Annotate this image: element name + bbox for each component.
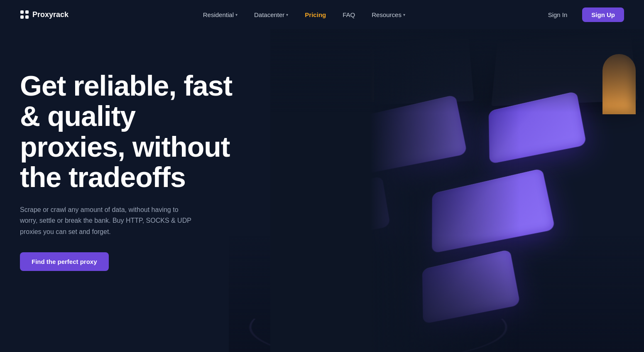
nav-resources-label: Resources [372, 11, 402, 18]
chevron-down-icon: ▾ [286, 12, 288, 17]
nav-pricing-label: Pricing [305, 11, 326, 18]
brand-logo[interactable]: Proxyrack [20, 10, 69, 19]
hero-section: Get reliable, fast & quality proxies, wi… [0, 29, 644, 352]
brand-icon [20, 10, 29, 19]
svg-rect-3 [25, 15, 29, 19]
nav-links: Residential ▾ Datacenter ▾ Pricing FAQ R… [196, 8, 412, 22]
top-gradient [270, 29, 644, 112]
nav-item-datacenter[interactable]: Datacenter ▾ [247, 8, 295, 22]
nav-actions: Sign In Sign Up [540, 7, 624, 22]
nav-datacenter-label: Datacenter [254, 11, 284, 18]
svg-rect-2 [20, 15, 24, 19]
navbar: Proxyrack Residential ▾ Datacenter ▾ Pri… [0, 0, 644, 29]
svg-rect-1 [25, 10, 29, 14]
find-proxy-button[interactable]: Find the perfect proxy [20, 252, 109, 271]
chevron-down-icon: ▾ [403, 12, 405, 17]
sign-in-button[interactable]: Sign In [540, 7, 576, 22]
hero-scene [270, 29, 644, 352]
hero-title: Get reliable, fast & quality proxies, wi… [20, 71, 236, 193]
nav-item-pricing[interactable]: Pricing [298, 8, 333, 22]
sign-up-button[interactable]: Sign Up [582, 7, 624, 22]
nav-faq-label: FAQ [343, 11, 355, 18]
hero-description: Scrape or crawl any amount of data, with… [20, 204, 194, 237]
hero-content: Get reliable, fast & quality proxies, wi… [20, 71, 236, 271]
nav-item-residential[interactable]: Residential ▾ [196, 8, 244, 22]
nav-item-resources[interactable]: Resources ▾ [365, 8, 412, 22]
chevron-down-icon: ▾ [235, 12, 238, 17]
nav-item-faq[interactable]: FAQ [336, 8, 362, 22]
nav-residential-label: Residential [203, 11, 234, 18]
brand-name: Proxyrack [32, 10, 69, 19]
svg-rect-0 [20, 10, 24, 14]
